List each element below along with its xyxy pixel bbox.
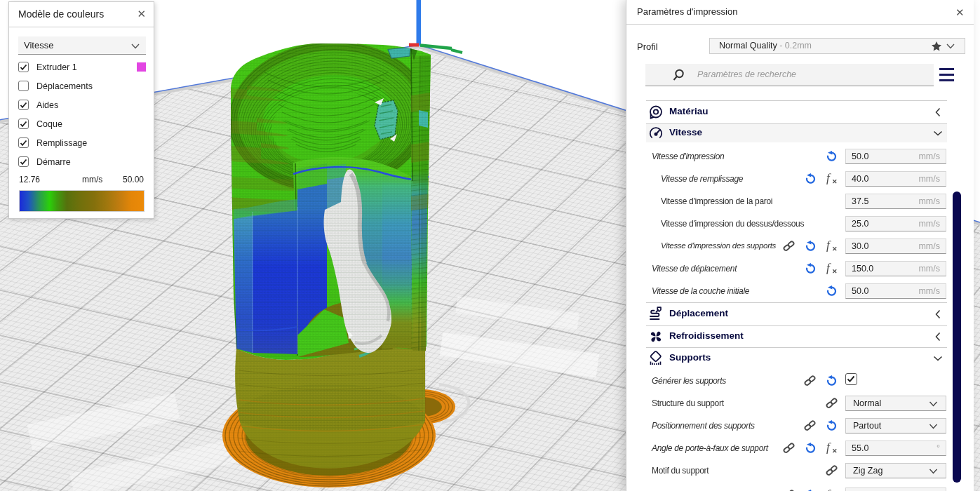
svg-text:f: f — [826, 240, 831, 252]
svg-text:✕: ✕ — [832, 268, 838, 274]
svg-text:f: f — [826, 262, 831, 274]
svg-text:✕: ✕ — [832, 448, 838, 454]
svg-text:✕: ✕ — [832, 178, 838, 184]
svg-text:f: f — [826, 442, 831, 454]
svg-text:f: f — [826, 173, 831, 184]
svg-text:✕: ✕ — [832, 246, 838, 252]
